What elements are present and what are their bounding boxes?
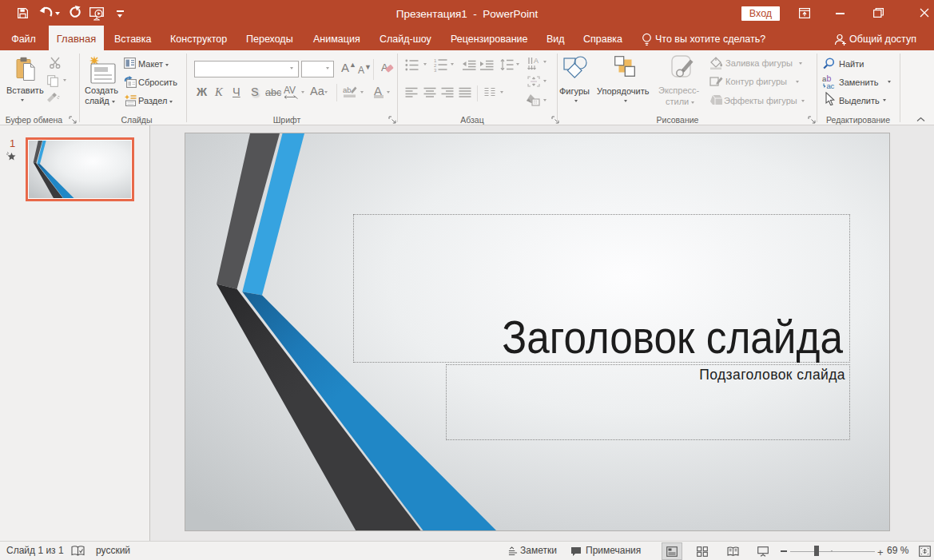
svg-text:А: А [534,57,539,65]
svg-text:ab: ab [343,85,352,94]
svg-text:AV: AV [284,85,296,96]
svg-text:c: c [831,81,835,89]
svg-text:3: 3 [434,68,437,73]
